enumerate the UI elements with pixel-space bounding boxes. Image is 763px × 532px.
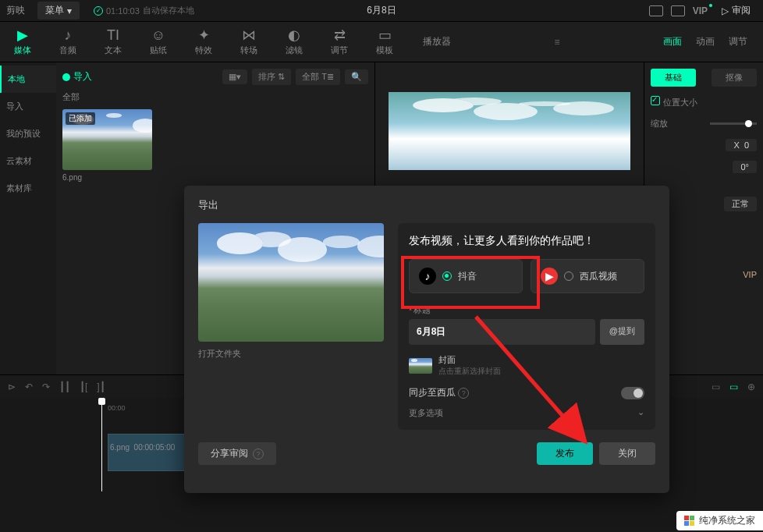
view-grid-button[interactable]: ▦▾ [222,69,247,84]
cover-label: 封面 [438,354,501,366]
audio-icon: ♪ [65,27,72,43]
play-icon: ▷ [722,5,729,16]
nav-cloud[interactable]: 云素材 [0,147,56,175]
douyin-icon: ♪ [419,268,436,285]
cover-thumbnail[interactable] [409,358,432,374]
title-input[interactable]: 6月8日 [409,319,595,345]
redo-button[interactable]: ↷ [42,381,50,392]
transition-icon: ⋈ [242,27,256,43]
share-review-button[interactable]: 分享审阅? [198,442,276,465]
blend-mode[interactable]: 正常 [724,197,757,211]
layout-icon-1[interactable] [649,5,663,16]
watermark: 纯净系统之家 [676,511,763,530]
at-mention-button[interactable]: @提到 [600,319,644,345]
left-nav: 本地 导入 我的预设 云素材 素材库 [0,62,56,374]
props-tab-basic[interactable]: 基础 [651,69,696,87]
more-options[interactable]: 更多选项⌄ [409,407,644,419]
all-label: 全部 [62,91,368,103]
cut-right-button[interactable]: ]┃ [97,381,105,392]
import-button[interactable]: 导入 [62,70,92,83]
toolbar: ▶媒体 ♪音频 TI文本 ☺贴纸 ✦特效 ⋈转场 ◐滤镜 ⇄调节 ▭模板 播放器… [0,22,763,62]
watermark-icon [684,516,694,526]
tool-effects[interactable]: ✦特效 [181,27,226,56]
x-input[interactable]: X 0 [726,139,757,151]
player-label: 播放器 [423,35,451,48]
tab-picture[interactable]: 画面 [663,32,682,51]
nav-presets[interactable]: 我的预设 [0,120,56,147]
sticker-icon: ☺ [151,27,165,43]
chevron-down-icon: ▾ [67,5,72,16]
title-label: 标题 [409,304,644,316]
help-icon[interactable]: ? [253,449,264,459]
tool-media[interactable]: ▶媒体 [0,27,45,56]
export-modal: 导出 打开文件夹 发布视频，让更多人看到你的作品吧！ ♪ 抖音 ▶ 西瓜视频 标… [184,186,669,493]
tool-adjust[interactable]: ⇄调节 [317,27,362,56]
autosave-status: ✓ 01:10:03 自动保存本地 [94,5,194,16]
filter-icon: ◐ [288,27,300,43]
tool-transition[interactable]: ⋈转场 [226,27,271,56]
tool-sticker[interactable]: ☺贴纸 [136,27,181,56]
menu-button[interactable]: 菜单▾ [37,2,80,20]
sort-button[interactable]: 排序 ⇅ [252,69,291,85]
publish-heading: 发布视频，让更多人看到你的作品吧！ [409,234,644,248]
help-icon[interactable]: ? [458,388,469,399]
right-tabs: 画面 动画 调节 [663,32,763,51]
topbar: 剪映 菜单▾ ✓ 01:10:03 自动保存本地 6月8日 VIP ▷审阅 [0,0,763,22]
project-title: 6月8日 [367,4,396,17]
platform-xigua[interactable]: ▶ 西瓜视频 [531,259,644,293]
chevron-down-icon: ⌄ [637,407,644,419]
vip-badge[interactable]: VIP [693,5,708,16]
nav-local[interactable]: 本地 [0,66,56,93]
review-button[interactable]: ▷审阅 [715,2,757,19]
props-tab-mask[interactable]: 抠像 [712,69,757,87]
media-name: 6.png [62,173,368,182]
tool-audio[interactable]: ♪音频 [45,27,90,56]
cut-left-button[interactable]: ┃[ [80,381,87,392]
media-item[interactable]: 已添加 6.png [62,109,368,182]
sync-toggle[interactable] [621,387,644,399]
platform-douyin[interactable]: ♪ 抖音 [409,259,523,293]
close-button[interactable]: 关闭 [599,442,655,465]
player-menu-icon[interactable]: ≡ [554,37,559,48]
template-icon: ▭ [378,27,392,43]
tool-filter[interactable]: ◐滤镜 [271,27,317,56]
tab-animation[interactable]: 动画 [696,32,715,51]
timeline-tool-3[interactable]: ⊕ [747,381,755,392]
split-button[interactable]: ┃┃ [59,381,70,392]
nav-import[interactable]: 导入 [0,93,56,120]
media-icon: ▶ [17,27,28,43]
open-folder-link[interactable]: 打开文件夹 [198,348,384,360]
player-preview [389,92,630,170]
filter-all-button[interactable]: 全部 T≣ [296,69,340,85]
export-preview [198,223,384,342]
rotation-input[interactable]: 0° [733,161,757,173]
search-button[interactable]: 🔍 [345,69,368,84]
timeline-tool-2[interactable]: ▭ [729,381,738,392]
collapse-icon[interactable]: ⊳ [8,381,16,392]
checkbox-pos[interactable] [651,96,660,105]
nav-library[interactable]: 素材库 [0,175,56,202]
effects-icon: ✦ [198,27,210,43]
modal-title: 导出 [198,198,655,212]
cover-hint[interactable]: 点击重新选择封面 [438,366,501,377]
timeline-tool-1[interactable]: ▭ [712,381,720,392]
publish-button[interactable]: 发布 [537,442,593,465]
radio-douyin [442,271,452,281]
radio-xigua [564,271,573,281]
text-icon: TI [107,27,119,43]
tool-template[interactable]: ▭模板 [362,27,407,56]
adjust-icon: ⇄ [334,27,346,43]
brand: 剪映 [6,4,30,17]
layout-icon-2[interactable] [671,5,685,16]
xigua-icon: ▶ [541,268,558,285]
vip-tag: VIP [743,270,757,279]
tool-text[interactable]: TI文本 [90,27,136,56]
added-badge: 已添加 [66,112,95,125]
playhead[interactable] [101,398,102,491]
scale-slider[interactable] [710,122,757,125]
undo-button[interactable]: ↶ [25,381,33,392]
tab-adjust[interactable]: 调节 [729,32,747,51]
check-icon: ✓ [94,6,103,16]
